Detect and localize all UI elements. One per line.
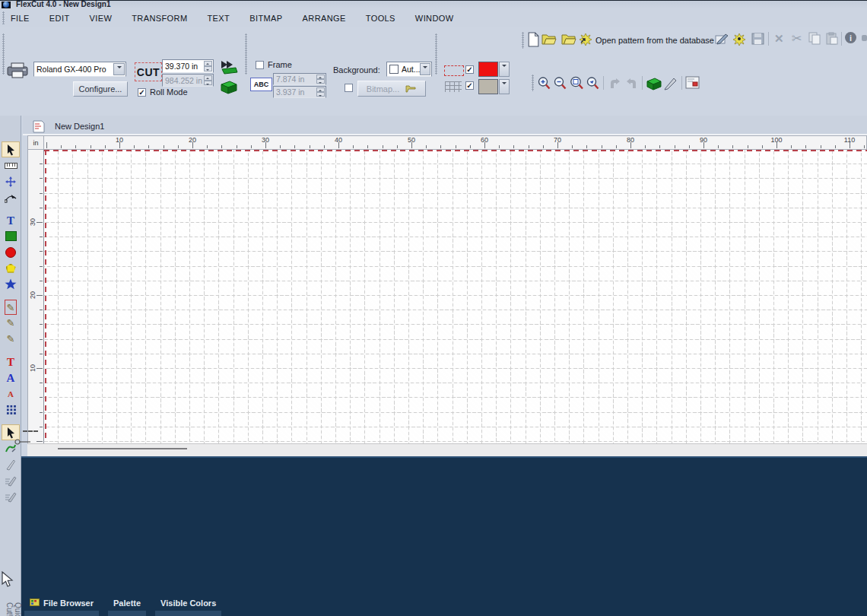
star-tool[interactable] <box>2 276 20 292</box>
ruler-tick <box>456 145 456 148</box>
cut-icon: ✂ <box>792 31 802 46</box>
stroke-color-dropdown-button[interactable] <box>499 62 510 77</box>
edit-plot-icon[interactable] <box>715 33 729 45</box>
zoom-previous-icon[interactable] <box>586 76 600 90</box>
rectangle-tool[interactable] <box>2 228 20 244</box>
shape-draw-tool[interactable]: ✎ <box>2 299 20 315</box>
design-canvas[interactable] <box>44 150 867 443</box>
import-pattern-icon[interactable] <box>579 32 592 46</box>
polygon-tool[interactable] <box>2 260 20 276</box>
ellipse-tool[interactable] <box>2 244 20 260</box>
about-icon[interactable]: i <box>845 32 856 43</box>
text-outline-tool[interactable]: T <box>2 354 20 370</box>
horizontal-scrollbar[interactable] <box>27 443 867 456</box>
chevron-down-icon <box>502 65 507 69</box>
media-length-spinner: 984.252 in <box>162 74 214 87</box>
new-document-icon[interactable] <box>526 32 541 47</box>
menu-text[interactable]: TEXT <box>207 14 230 23</box>
fill-color-dropdown-button[interactable] <box>499 79 510 94</box>
zoom-fit-icon[interactable] <box>569 76 585 90</box>
horizontal-ruler[interactable]: 102030405060708090100110 <box>27 135 867 150</box>
ruler-tick <box>207 145 208 148</box>
bottom-tab-palette[interactable]: Palette <box>108 596 146 616</box>
grid-checkbox[interactable]: ✓ <box>465 81 474 90</box>
ruler-tick <box>513 145 514 148</box>
cut-label: CUT <box>137 66 160 78</box>
vectorize-icon[interactable] <box>732 32 746 46</box>
node-edit-tool[interactable] <box>2 189 20 205</box>
open-database-icon[interactable] <box>561 33 576 45</box>
menu-tools[interactable]: TOOLS <box>366 14 395 23</box>
zoom-in-icon[interactable] <box>537 76 551 90</box>
media-width-spinner[interactable]: 39.370 in <box>162 59 214 73</box>
ruler-tick <box>40 164 43 164</box>
plot-pen-tool-2[interactable] <box>2 488 20 504</box>
plot-pen-tool[interactable] <box>2 472 20 488</box>
menu-view[interactable]: VIEW <box>90 14 113 23</box>
zoom-out-icon[interactable] <box>553 76 567 90</box>
media-width-spin-buttons[interactable] <box>204 61 212 71</box>
design-central-icon[interactable] <box>685 76 700 89</box>
cutter-3d-icon[interactable] <box>219 78 239 97</box>
bottom-tab-visible-colors[interactable]: Visible Colors <box>155 596 221 616</box>
text-tool[interactable]: T <box>2 212 20 228</box>
select-tool[interactable] <box>2 141 20 157</box>
menu-bar: FILEEDITVIEWTRANSFORMTEXTBITMAPARRANGETO… <box>0 8 867 27</box>
cutter-device-select[interactable]: Roland GX-400 Pro <box>33 62 126 77</box>
cutter-device-dropdown-button[interactable] <box>113 63 125 75</box>
roll-mode-checkbox[interactable]: ✓ <box>138 88 146 97</box>
bottom-tab-file-browser[interactable]: File Browser <box>24 596 99 616</box>
menu-bitmap[interactable]: BITMAP <box>249 14 282 23</box>
fill-color-swatch[interactable] <box>478 79 498 94</box>
stroke-color-swatch[interactable] <box>478 62 498 77</box>
measure-tool[interactable] <box>2 157 20 173</box>
open-file-icon[interactable] <box>541 33 557 45</box>
object-width-spinner: 7.874 in <box>273 73 326 85</box>
bottom-tab-panel-edge <box>108 611 146 616</box>
quickcut-select-tool[interactable] <box>2 424 20 440</box>
toolbar-separator <box>603 76 604 90</box>
text-effects-tool[interactable]: A <box>2 370 20 386</box>
ruler-tick <box>91 145 91 148</box>
frame-checkbox[interactable] <box>256 61 264 69</box>
ruler-tick <box>40 339 43 340</box>
horizontal-scrollbar-thumb[interactable] <box>58 448 187 449</box>
menu-edit[interactable]: EDIT <box>49 14 70 23</box>
ruler-tick <box>40 354 43 354</box>
media-length-value: 984.252 in <box>165 76 202 85</box>
background-dropdown-button[interactable] <box>420 63 430 75</box>
menu-transform[interactable]: TRANSFORM <box>132 14 187 23</box>
menu-file[interactable]: FILE <box>11 14 30 23</box>
vertical-ruler[interactable]: 102030 <box>27 150 44 443</box>
knife-tool[interactable] <box>2 456 20 472</box>
freehand-closed-tool[interactable]: ✎ <box>2 331 20 347</box>
ruler-number: 60 <box>481 136 488 144</box>
ruler-unit-box[interactable]: in <box>27 135 44 150</box>
ruler-tick <box>762 145 763 148</box>
selection-marks-checkbox[interactable]: ✓ <box>465 65 474 74</box>
ruler-tick <box>37 368 43 369</box>
paste-icon <box>826 32 839 45</box>
ruler-tick <box>470 145 471 148</box>
configure-button[interactable]: Configure... <box>73 81 128 97</box>
bottom-tab-label: File Browser <box>43 599 94 608</box>
move-tool[interactable] <box>2 173 20 189</box>
ruler-tick <box>40 412 43 413</box>
background-mode-select[interactable]: Aut... <box>386 62 432 77</box>
tool-strip: T✎✎✎TAA Quick Cut! <box>0 116 21 616</box>
ruler-number: 10 <box>29 364 37 372</box>
toolbar-separator <box>642 76 643 90</box>
menu-arrange[interactable]: ARRANGE <box>303 14 346 23</box>
pen-plot-icon[interactable] <box>663 75 678 90</box>
menu-window[interactable]: WINDOW <box>415 14 454 23</box>
bitmap-checkbox[interactable] <box>345 84 353 92</box>
group-grip <box>245 33 247 75</box>
media-width-value: 39.370 in <box>165 62 198 71</box>
send-to-cutter-icon[interactable] <box>219 58 239 76</box>
freehand-tool[interactable]: ✎ <box>2 315 20 331</box>
cut-preview-icon[interactable] <box>646 76 662 91</box>
text-arc-tool[interactable]: A <box>2 386 20 402</box>
object-width-spin-buttons <box>316 75 325 84</box>
pattern-fill-tool[interactable] <box>2 402 20 418</box>
document-tab[interactable]: New Design1 <box>27 118 109 135</box>
